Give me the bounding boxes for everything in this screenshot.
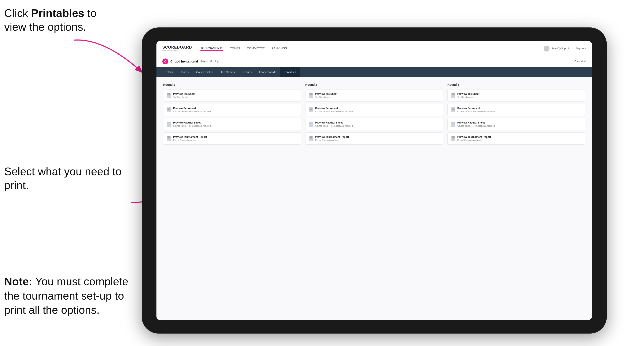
round-3-raguzzi-card[interactable]: Preview Raguzzi Sheet Course setup + Tee… xyxy=(447,118,585,130)
round-3-column: Round 3 Preview Tee Sheet Tee Sheet requ… xyxy=(447,83,585,147)
round-2-scorecard-card[interactable]: Preview Scorecard Course setup + Tee She… xyxy=(305,104,443,116)
round-3-title: Round 3 xyxy=(447,83,585,86)
round-1-raguzzi-text: Preview Raguzzi Sheet Course setup + Tee… xyxy=(173,121,210,127)
round-2-tee-sheet-title: Preview Tee Sheet xyxy=(315,92,338,95)
scorecard-icon xyxy=(167,107,171,112)
raguzzi-icon-3 xyxy=(451,122,455,127)
tab-results[interactable]: Results xyxy=(239,67,256,77)
round-1-tee-sheet-card[interactable]: Preview Tee Sheet Tee Sheet required xyxy=(163,89,301,102)
round-1-title: Round 1 xyxy=(163,83,301,86)
round-1-tee-sheet-subtitle: Tee Sheet required xyxy=(173,96,195,98)
round-1-report-title: Preview Tournament Report xyxy=(173,136,207,139)
user-email: blair@clippd.io xyxy=(552,47,570,50)
tab-tee-groups[interactable]: Tee Groups xyxy=(217,67,239,77)
tab-details[interactable]: Details xyxy=(161,67,177,77)
rounds-container: Round 1 Preview Tee Sheet Tee Sheet requ… xyxy=(163,83,585,147)
round-2-tee-sheet-card[interactable]: Preview Tee Sheet Tee Sheet required xyxy=(305,89,443,102)
top-nav: SCOREBOARD Powered by clippd TOURNAMENTS… xyxy=(156,41,592,56)
tablet-screen: SCOREBOARD Powered by clippd TOURNAMENTS… xyxy=(156,41,592,320)
tournament-badge: Men xyxy=(200,60,208,63)
round-3-tee-sheet-text: Preview Tee Sheet Tee Sheet required xyxy=(457,92,480,98)
round-1-report-text: Preview Tournament Report Round Completi… xyxy=(173,136,207,142)
nav-tournaments[interactable]: TOURNAMENTS xyxy=(200,46,223,51)
round-1-raguzzi-title: Preview Raguzzi Sheet xyxy=(173,121,210,124)
round-1-raguzzi-subtitle: Course setup + Tee Sheet data required xyxy=(173,125,210,127)
instruction-bottom: Note: You must complete the tournament s… xyxy=(4,274,129,317)
instruction-top: Click Printables toview the options. xyxy=(4,6,131,34)
round-2-column: Round 2 Preview Tee Sheet Tee Sheet requ… xyxy=(305,83,443,147)
round-1-scorecard-subtitle: Course setup + Tee Sheet data required xyxy=(173,110,210,113)
tee-sheet-icon-2 xyxy=(309,93,313,98)
round-3-scorecard-subtitle: Course setup + Tee Sheet data required xyxy=(457,110,495,113)
round-1-column: Round 1 Preview Tee Sheet Tee Sheet requ… xyxy=(163,83,301,147)
round-3-tee-sheet-title: Preview Tee Sheet xyxy=(457,92,480,95)
tournament-header: C Clippd Invitational Men Hosting Cancel… xyxy=(156,56,592,67)
round-1-scorecard-card[interactable]: Preview Scorecard Course setup + Tee She… xyxy=(163,104,301,116)
round-3-raguzzi-subtitle: Course setup + Tee Sheet data required xyxy=(457,125,495,127)
round-1-raguzzi-card[interactable]: Preview Raguzzi Sheet Course setup + Tee… xyxy=(163,118,301,130)
round-2-report-title: Preview Tournament Report xyxy=(315,136,349,139)
raguzzi-icon-2 xyxy=(309,122,313,127)
round-3-scorecard-text: Preview Scorecard Course setup + Tee She… xyxy=(457,107,495,113)
nav-committee[interactable]: COMMITTEE xyxy=(247,47,265,50)
round-2-tee-sheet-subtitle: Tee Sheet required xyxy=(315,96,338,98)
top-nav-right: blair@clippd.io | Sign out xyxy=(544,46,586,51)
round-1-tee-sheet-text: Preview Tee Sheet Tee Sheet required xyxy=(173,92,195,98)
round-3-report-subtitle: Round Completion required xyxy=(457,139,491,142)
report-icon xyxy=(167,136,171,141)
round-2-raguzzi-text: Preview Raguzzi Sheet Course setup + Tee… xyxy=(315,121,353,127)
nav-rankings[interactable]: RANKINGS xyxy=(272,47,287,50)
round-3-raguzzi-title: Preview Raguzzi Sheet xyxy=(457,121,495,124)
round-1-scorecard-text: Preview Scorecard Course setup + Tee She… xyxy=(173,107,210,113)
round-3-tee-sheet-subtitle: Tee Sheet required xyxy=(457,96,480,98)
report-icon-2 xyxy=(309,136,313,141)
round-3-report-card[interactable]: Preview Tournament Report Round Completi… xyxy=(447,132,585,145)
tab-printables[interactable]: Printables xyxy=(280,67,300,77)
scorecard-icon-2 xyxy=(309,107,313,112)
round-2-tee-sheet-text: Preview Tee Sheet Tee Sheet required xyxy=(315,92,338,98)
nav-teams[interactable]: TEAMS xyxy=(230,47,240,50)
tournament-status: Hosting xyxy=(210,60,218,63)
tournament-logo: C xyxy=(162,58,168,64)
round-1-report-card[interactable]: Preview Tournament Report Round Completi… xyxy=(163,132,301,145)
logo-powered: Powered by clippd xyxy=(162,50,192,52)
logo-area: SCOREBOARD Powered by clippd xyxy=(162,45,192,52)
round-2-raguzzi-card[interactable]: Preview Raguzzi Sheet Course setup + Tee… xyxy=(305,118,443,130)
round-3-report-text: Preview Tournament Report Round Completi… xyxy=(457,136,491,142)
round-3-scorecard-card[interactable]: Preview Scorecard Course setup + Tee She… xyxy=(447,104,585,116)
note-bold: Note: xyxy=(4,275,32,288)
tab-leaderboards[interactable]: Leaderboards xyxy=(256,67,280,77)
round-2-report-card[interactable]: Preview Tournament Report Round Completi… xyxy=(305,132,443,145)
logo-scoreboard: SCOREBOARD xyxy=(162,45,192,50)
round-3-scorecard-title: Preview Scorecard xyxy=(457,107,495,110)
round-1-tee-sheet-title: Preview Tee Sheet xyxy=(173,92,195,95)
tee-sheet-icon xyxy=(167,93,171,98)
raguzzi-icon xyxy=(167,122,171,127)
user-avatar xyxy=(544,46,550,51)
round-2-scorecard-text: Preview Scorecard Course setup + Tee She… xyxy=(315,107,353,113)
round-2-scorecard-title: Preview Scorecard xyxy=(315,107,353,110)
tab-nav: Details Teams Course Setup Tee Groups Re… xyxy=(156,67,592,77)
cancel-button[interactable]: Cancel ✕ xyxy=(574,60,586,63)
round-2-raguzzi-subtitle: Course setup + Tee Sheet data required xyxy=(315,125,353,127)
instruction-middle: Select what you need to print. xyxy=(4,165,123,192)
round-2-title: Round 2 xyxy=(305,83,443,86)
tee-sheet-icon-3 xyxy=(451,93,455,98)
round-1-report-subtitle: Round Completion required xyxy=(173,139,207,142)
tablet-device: SCOREBOARD Powered by clippd TOURNAMENTS… xyxy=(142,27,607,334)
tab-course-setup[interactable]: Course Setup xyxy=(192,67,217,77)
round-2-report-subtitle: Round Completion required xyxy=(315,139,349,142)
tab-teams[interactable]: Teams xyxy=(177,67,192,77)
sign-out-link[interactable]: Sign out xyxy=(576,47,586,50)
round-1-scorecard-title: Preview Scorecard xyxy=(173,107,210,110)
round-3-tee-sheet-card[interactable]: Preview Tee Sheet Tee Sheet required xyxy=(447,89,585,102)
round-3-raguzzi-text: Preview Raguzzi Sheet Course setup + Tee… xyxy=(457,121,495,127)
round-2-scorecard-subtitle: Course setup + Tee Sheet data required xyxy=(315,110,353,113)
scorecard-icon-3 xyxy=(451,107,455,112)
top-nav-links: TOURNAMENTS TEAMS COMMITTEE RANKINGS xyxy=(200,46,544,51)
main-content: Round 1 Preview Tee Sheet Tee Sheet requ… xyxy=(156,77,592,320)
printables-emphasis: Printables xyxy=(31,7,84,19)
report-icon-3 xyxy=(451,136,455,141)
tournament-name: Clippd Invitational xyxy=(170,59,198,63)
round-3-report-title: Preview Tournament Report xyxy=(457,136,491,139)
